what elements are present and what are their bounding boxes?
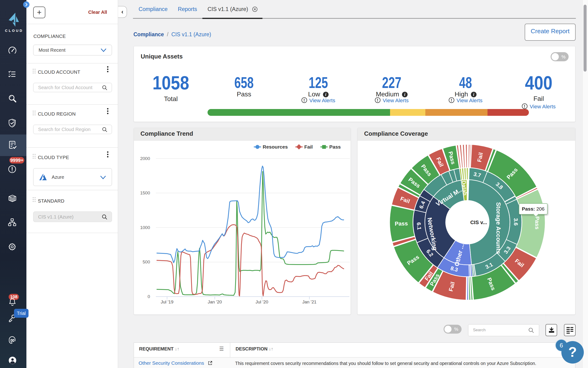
svg-text:3.6: 3.6	[513, 218, 519, 226]
svg-text:0: 0	[148, 294, 150, 299]
svg-text:1000: 1000	[140, 225, 150, 230]
svg-text:Storage Accounts: Storage Accounts	[495, 202, 502, 254]
svg-text:Jul '19: Jul '19	[161, 299, 173, 304]
svg-text:Pass: Pass	[329, 144, 341, 149]
svg-text:Pass: Pass	[534, 216, 540, 229]
svg-text:Resources: Resources	[263, 144, 288, 149]
svg-text:Fail: Fail	[304, 144, 313, 149]
svg-text:Jan '21: Jan '21	[302, 299, 316, 304]
svg-text:500: 500	[142, 259, 150, 264]
svg-text:2000: 2000	[140, 156, 150, 161]
svg-text:Jul '20: Jul '20	[256, 299, 268, 304]
svg-text:CIS v...: CIS v...	[470, 220, 487, 225]
svg-text:1500: 1500	[140, 190, 150, 195]
svg-text:Jan '20: Jan '20	[208, 299, 222, 304]
svg-text:Pass: Pass	[395, 220, 408, 227]
svg-text:6.1: 6.1	[416, 222, 422, 230]
